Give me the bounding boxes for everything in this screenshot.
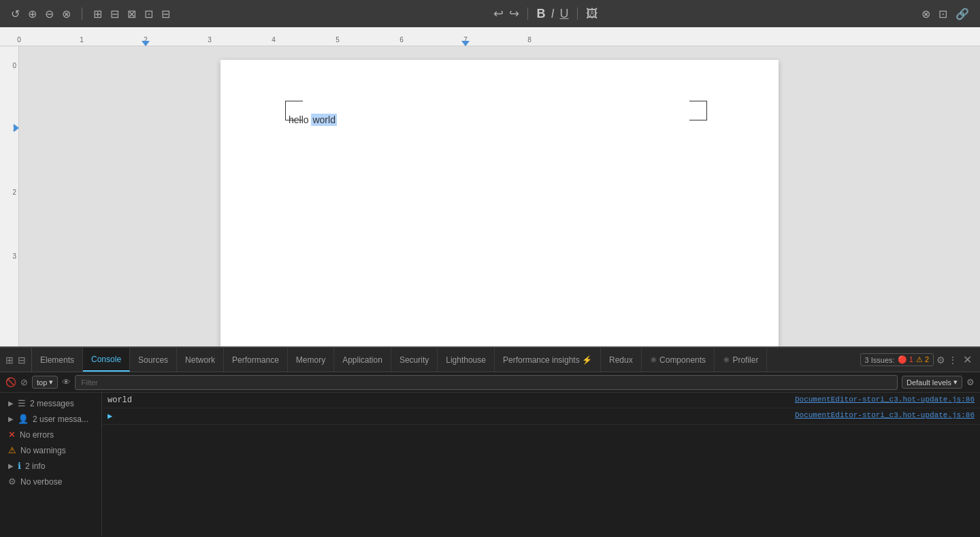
ruler-left-mark-3: 3 (12, 253, 16, 260)
context-selector[interactable]: top ▾ (32, 376, 58, 389)
ruler-mark-0: 0 (17, 36, 21, 44)
close-circle-icon[interactable]: ⊗ (921, 7, 930, 20)
issues-badge[interactable]: 3 Issues: 🔴 1 ⚠ 2 (860, 353, 934, 366)
warnings-label: No warnings (20, 446, 66, 455)
external-link-icon[interactable]: ⊡ (938, 7, 947, 20)
level-selector[interactable]: Default levels ▾ (902, 376, 962, 389)
warning-icon: ⚠ (8, 445, 16, 455)
tab-components[interactable]: ⚛ Components (642, 348, 715, 372)
tab-elements[interactable]: Elements (32, 348, 83, 372)
image-icon[interactable]: 🖼 (586, 7, 598, 21)
page-text: hello world (289, 114, 337, 125)
sidebar-item-messages[interactable]: ▶ ☰ 2 messages (0, 395, 101, 411)
info-label: 2 info (25, 461, 45, 471)
tab-security[interactable]: Security (391, 348, 438, 372)
settings-icon[interactable]: ⚙ (936, 355, 945, 365)
tab-application[interactable]: Application (334, 348, 391, 372)
view-icon-4[interactable]: ⊗ (62, 7, 71, 20)
inspect-icon[interactable]: ⊞ (5, 355, 14, 365)
filter-icon[interactable]: ⊘ (20, 377, 28, 387)
log-prompt-icon: ▶ (108, 411, 112, 421)
top-toolbar: ↺ ⊕ ⊖ ⊗ ⊞ ⊟ ⊠ ⊡ ⊟ ↩ ↪ B I U 🖼 ⊗ ⊡ 🔗 (0, 0, 980, 27)
ruler-mark-1: 1 (80, 36, 84, 44)
ruler-mark-8: 8 (527, 36, 532, 44)
view-icon-3[interactable]: ⊖ (45, 7, 54, 20)
left-indent-arrow[interactable] (142, 41, 150, 46)
context-label: top (37, 378, 47, 387)
tab-network[interactable]: Network (177, 348, 224, 372)
top-margin-arrow[interactable] (14, 124, 19, 132)
grid-icon-4[interactable]: ⊡ (144, 7, 153, 20)
log-entry-prompt: ▶ DocumentEditor-stori_c3.hot-update.js:… (102, 408, 980, 425)
error-icon: ✕ (8, 429, 16, 440)
tab-lighthouse[interactable]: Lighthouse (438, 348, 495, 372)
verbose-label: No verbose (20, 477, 62, 487)
issues-label: 3 Issues: (865, 356, 895, 364)
grid-icon-2[interactable]: ⊟ (110, 7, 119, 20)
log-text-world: world (108, 395, 789, 405)
toolbar-center: ↩ ↪ B I U 🖼 (493, 6, 598, 21)
log-source-2[interactable]: DocumentEditor-stori_c3.hot-update.js:86 (795, 411, 975, 419)
console-filter-input[interactable] (75, 375, 898, 390)
editor-area: 0 1 2 3 4 5 6 7 8 0 1 2 3 (0, 27, 980, 346)
view-icon-2[interactable]: ⊕ (28, 7, 37, 20)
tab-sources[interactable]: Sources (130, 348, 177, 372)
sidebar-item-errors[interactable]: ✕ No errors (0, 427, 101, 442)
page-container: hello world (19, 46, 980, 346)
more-icon[interactable]: ⋮ (948, 355, 958, 365)
ruler-mark-3: 3 (208, 36, 212, 44)
clear-console-icon[interactable]: 🚫 (5, 377, 16, 387)
cursor-right-top (689, 101, 707, 101)
ruler-mark-5: 5 (336, 36, 340, 44)
tab-redux[interactable]: Redux (601, 348, 642, 372)
ruler-left-mark-0: 0 (12, 62, 16, 69)
devtools-console-toolbar: 🚫 ⊘ top ▾ 👁 Default levels ▾ ⚙ (0, 372, 980, 393)
bold-icon[interactable]: B (536, 7, 545, 21)
verbose-icon: ⚙ (8, 476, 16, 487)
devtools-close-button[interactable]: ✕ (960, 351, 975, 369)
sidebar-item-warnings[interactable]: ⚠ No warnings (0, 442, 101, 458)
grid-icon-5[interactable]: ⊟ (161, 7, 170, 20)
grid-icon-1[interactable]: ⊞ (93, 7, 102, 20)
view-icon-1[interactable]: ↺ (11, 7, 20, 20)
issues-error-badge: 🔴 1 (898, 355, 913, 364)
sidebar-item-info[interactable]: ▶ ℹ 2 info (0, 458, 101, 474)
grid-icon-3[interactable]: ⊠ (127, 7, 136, 20)
ruler-left: 0 1 2 3 (0, 46, 19, 346)
tab-profiler[interactable]: ⚛ Profiler (715, 348, 767, 372)
italic-icon[interactable]: I (551, 7, 554, 21)
devtools-content: ▶ ☰ 2 messages ▶ 👤 2 user messa... ✕ No … (0, 393, 980, 537)
log-source-1[interactable]: DocumentEditor-stori_c3.hot-update.js:86 (795, 395, 975, 404)
right-indent-arrow[interactable] (461, 41, 470, 46)
cursor-left-top (285, 101, 303, 101)
toolbar-left: ↺ ⊕ ⊖ ⊗ ⊞ ⊟ ⊠ ⊡ ⊟ (11, 7, 170, 20)
document-page[interactable]: hello world (220, 60, 779, 346)
underline-icon[interactable]: U (560, 7, 569, 21)
tab-performance[interactable]: Performance (224, 348, 288, 372)
undo-icon[interactable]: ↩ (493, 6, 504, 21)
tab-console[interactable]: Console (83, 348, 130, 372)
ruler-top: 0 1 2 3 4 5 6 7 8 (0, 27, 980, 46)
toolbar-sep-2 (527, 7, 528, 20)
log-entry-world: world DocumentEditor-stori_c3.hot-update… (102, 393, 980, 408)
devtools-tab-right: 3 Issues: 🔴 1 ⚠ 2 ⚙ ⋮ ✕ (855, 348, 980, 372)
gear-icon[interactable]: ⚙ (966, 377, 975, 387)
info-arrow: ▶ (8, 462, 14, 470)
link-icon[interactable]: 🔗 (956, 7, 969, 20)
sidebar-item-user-messages[interactable]: ▶ 👤 2 user messa... (0, 411, 101, 427)
sidebar-item-verbose[interactable]: ⚙ No verbose (0, 474, 101, 489)
issues-warn-badge: ⚠ 2 (916, 355, 929, 364)
text-hello: hello (289, 114, 311, 125)
cursor-left-vertical (285, 101, 286, 120)
context-dropdown-icon: ▾ (49, 378, 53, 387)
eye-icon[interactable]: 👁 (62, 377, 71, 387)
tab-perf-insights[interactable]: Performance insights ⚡ (495, 348, 601, 372)
messages-arrow: ▶ (8, 400, 14, 407)
level-label: Default levels (906, 378, 951, 387)
device-icon[interactable]: ⊟ (18, 355, 26, 365)
redo-icon[interactable]: ↪ (509, 6, 519, 21)
ruler-mark-6: 6 (399, 36, 404, 44)
tab-memory[interactable]: Memory (288, 348, 334, 372)
level-dropdown-icon: ▾ (953, 378, 958, 387)
devtools-log: world DocumentEditor-stori_c3.hot-update… (102, 393, 980, 537)
